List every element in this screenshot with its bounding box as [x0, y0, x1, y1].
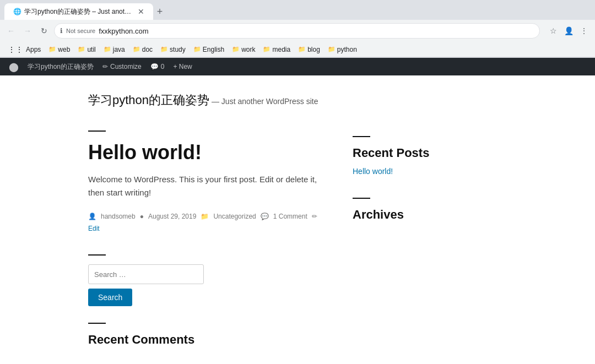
bookmark-label: English	[203, 46, 224, 53]
search-divider	[88, 254, 106, 256]
folder-icon: 📁	[48, 46, 56, 53]
browser-tab[interactable]: 🌐 学习python的正确姿势 – Just another WordPress…	[4, 3, 153, 20]
tab-close-button[interactable]: ✕	[138, 7, 144, 16]
post-comments: 1 Comment	[273, 213, 307, 220]
site-tagline: Just another WordPress site	[221, 97, 318, 106]
bookmark-english[interactable]: 📁 English	[190, 45, 228, 55]
category-icon: 📁	[201, 213, 209, 220]
bookmarks-bar: ⋮⋮ Apps 📁 web 📁 util 📁 java 📁 doc 📁 stud…	[0, 42, 595, 57]
bookmark-label: java	[113, 46, 125, 53]
wp-logo-icon: ⬤	[9, 62, 19, 72]
folder-icon: 📁	[78, 46, 85, 53]
recent-posts-divider	[353, 136, 370, 137]
bookmark-label: python	[337, 46, 357, 53]
address-bar[interactable]: ℹ Not secure fxxkpython.com	[54, 23, 540, 39]
folder-icon: 📁	[104, 46, 111, 53]
bookmark-util[interactable]: 📁 util	[74, 45, 99, 55]
main-content: Hello world! Welcome to WordPress. This …	[88, 131, 320, 363]
apps-bookmark[interactable]: ⋮⋮ Apps	[4, 44, 44, 55]
folder-icon: 📁	[193, 46, 201, 53]
apps-grid-icon: ⋮⋮	[8, 45, 23, 54]
folder-icon: 📁	[298, 46, 306, 53]
wp-comments-link[interactable]: 💬 0	[146, 58, 169, 75]
recent-comments-title: Recent Comments	[88, 333, 320, 347]
bookmark-icon[interactable]: ☆	[547, 24, 560, 37]
search-widget-main: Search	[88, 254, 320, 306]
bookmark-web[interactable]: 📁 web	[45, 45, 73, 55]
browser-controls: ← → ↻ ℹ Not secure fxxkpython.com ☆ 👤 ⋮	[0, 20, 595, 42]
back-button[interactable]: ←	[4, 24, 18, 37]
menu-icon[interactable]: ⋮	[577, 24, 591, 37]
bookmark-python[interactable]: 📁 python	[324, 45, 360, 55]
toolbar-icons: ☆ 👤 ⋮	[547, 24, 591, 37]
folder-icon: 📁	[232, 46, 240, 53]
tab-title: 学习python的正确姿势 – Just another WordPress s…	[24, 7, 134, 17]
recent-comments-section: Recent Comments	[88, 323, 320, 347]
recent-posts-section: Recent Posts Hello world!	[353, 136, 507, 176]
wp-logo-link[interactable]: ⬤	[4, 58, 23, 75]
bookmark-doc[interactable]: 📁 doc	[129, 45, 156, 55]
pencil-icon: ✏	[102, 63, 108, 70]
wp-customize-label: Customize	[110, 63, 142, 70]
site-separator: —	[212, 97, 221, 106]
content-area: Hello world! Welcome to WordPress. This …	[0, 119, 595, 364]
site-title: 学习python的正确姿势	[88, 93, 209, 107]
recent-posts-title: Recent Posts	[353, 146, 507, 160]
tab-bar: 🌐 学习python的正确姿势 – Just another WordPress…	[0, 0, 595, 20]
bookmark-java[interactable]: 📁 java	[100, 45, 128, 55]
recent-post-link[interactable]: Hello world!	[353, 167, 393, 176]
post-title: Hello world!	[88, 140, 320, 164]
folder-icon: 📁	[133, 46, 140, 53]
wp-new-link[interactable]: + New	[169, 58, 196, 75]
apps-label: Apps	[26, 46, 41, 53]
comment-icon: 💬	[150, 63, 159, 70]
wp-customize-link[interactable]: ✏ Customize	[98, 58, 146, 75]
folder-icon: 📁	[160, 46, 168, 53]
post-content: Welcome to WordPress. This is your first…	[88, 173, 320, 199]
forward-button[interactable]: →	[21, 24, 34, 37]
bookmark-media[interactable]: 📁 media	[259, 45, 294, 55]
author-icon: 👤	[88, 213, 96, 220]
folder-icon: 📁	[263, 46, 271, 53]
wp-admin-bar: ⬤ 学习python的正确姿势 ✏ Customize 💬 0 + New	[0, 58, 595, 75]
post-date: August 29, 2019	[148, 213, 196, 220]
tab-favicon: 🌐	[13, 8, 21, 15]
bookmark-label: doc	[142, 46, 153, 53]
reload-button[interactable]: ↻	[37, 24, 51, 37]
post-meta: 👤 handsomeb ● August 29, 2019 📁 Uncatego…	[88, 213, 320, 232]
comment-icon: 💬	[261, 213, 269, 220]
bookmark-blog[interactable]: 📁 blog	[295, 45, 323, 55]
bookmark-work[interactable]: 📁 work	[229, 45, 258, 55]
search-input[interactable]	[88, 264, 204, 284]
bookmark-label: util	[87, 46, 95, 53]
wp-comments-count: 0	[161, 63, 165, 70]
archives-section: Archives	[353, 198, 507, 222]
bookmark-label: blog	[307, 46, 320, 53]
date-icon: ●	[140, 213, 144, 220]
bookmark-label: work	[241, 46, 255, 53]
browser-chrome: 🌐 学习python的正确姿势 – Just another WordPress…	[0, 0, 595, 58]
search-button[interactable]: Search	[88, 289, 132, 306]
site-header: 学习python的正确姿势 — Just another WordPress s…	[0, 75, 595, 119]
page-wrapper: 学习python的正确姿势 — Just another WordPress s…	[0, 75, 595, 364]
post-edit-link[interactable]: Edit	[88, 225, 100, 232]
sidebar: Recent Posts Hello world! Archives	[353, 131, 507, 363]
profile-icon[interactable]: 👤	[562, 24, 575, 37]
security-label: Not secure	[66, 28, 95, 34]
edit-icon: ✏	[312, 213, 317, 220]
post-author: handsomeb	[101, 213, 136, 220]
new-tab-button[interactable]: +	[153, 5, 166, 18]
post-divider	[88, 131, 106, 132]
wp-site-name: 学习python的正确姿势	[28, 62, 94, 72]
url-display: fxxkpython.com	[99, 27, 148, 35]
wp-new-label: + New	[173, 63, 192, 70]
post-category: Uncategorized	[213, 213, 256, 220]
folder-icon: 📁	[328, 46, 336, 53]
archives-divider	[353, 198, 370, 199]
wp-site-name-link[interactable]: 学习python的正确姿势	[23, 58, 98, 75]
archives-title: Archives	[353, 208, 507, 222]
bookmark-study[interactable]: 📁 study	[157, 45, 189, 55]
bookmark-label: study	[170, 46, 186, 53]
recent-comments-divider	[88, 323, 106, 324]
security-icon: ℹ	[60, 27, 63, 35]
